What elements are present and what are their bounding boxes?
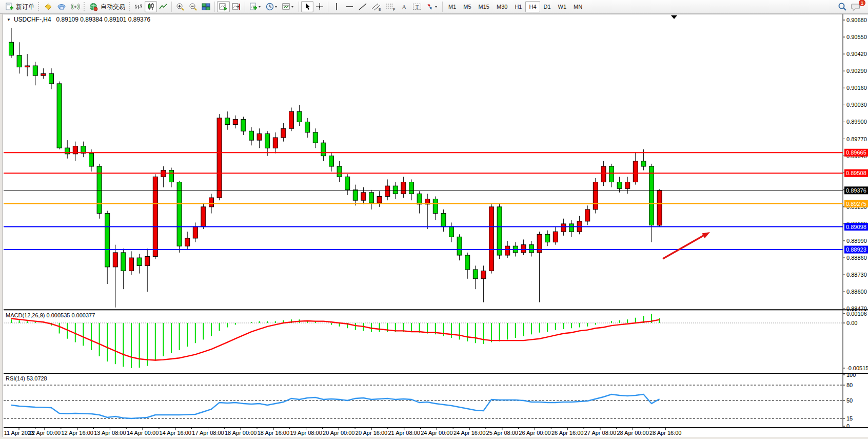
svg-text:26 Apr 00:00: 26 Apr 00:00 <box>519 430 550 436</box>
candlestick-chart-button[interactable] <box>145 1 157 12</box>
cursor-button[interactable] <box>301 1 313 12</box>
svg-text:27 Apr 08:00: 27 Apr 08:00 <box>584 430 616 436</box>
chart-header[interactable]: ▼ USDCHF-,H4 0.89109 0.89384 0.89101 0.8… <box>7 16 150 23</box>
bar-chart-button[interactable] <box>132 1 145 12</box>
timeframe-group: M1M5M15M30H1H4D1W1MN <box>445 1 586 12</box>
search-button[interactable] <box>836 1 849 12</box>
zoom-out-button[interactable] <box>187 1 200 12</box>
svg-text:17 Apr 08:00: 17 Apr 08:00 <box>192 430 224 436</box>
rsi-indicator-label: RSI(14) 53.0728 <box>6 375 47 381</box>
chart-canvas[interactable]: 0.906800.905500.904200.902900.901600.900… <box>0 0 868 439</box>
tile-windows-icon <box>202 3 210 11</box>
template-dropdown[interactable] <box>280 1 297 12</box>
candlestick-chart-icon <box>147 3 155 11</box>
signals-cloud-icon <box>57 3 67 11</box>
search-icon <box>838 2 847 11</box>
horizontal-line-button[interactable] <box>343 1 356 12</box>
auto-scroll-icon <box>219 3 228 11</box>
timeframe-h4-button[interactable]: H4 <box>525 1 540 12</box>
svg-text:A: A <box>402 3 407 11</box>
line-chart-icon <box>159 3 167 11</box>
svg-text:T: T <box>416 4 419 10</box>
crosshair-icon <box>315 3 324 11</box>
vertical-line-button[interactable] <box>330 1 343 12</box>
text-label-button[interactable]: T <box>410 1 424 12</box>
template-icon <box>282 3 294 11</box>
timeframe-m5-button[interactable]: M5 <box>460 1 475 12</box>
svg-text:19 Apr 08:00: 19 Apr 08:00 <box>290 430 322 436</box>
timeframe-m1-button[interactable]: M1 <box>445 1 460 12</box>
timeframe-m30-button[interactable]: M30 <box>493 1 511 12</box>
window-left-frame <box>0 14 3 439</box>
vertical-line-icon <box>333 3 340 11</box>
bar-chart-icon <box>134 3 143 11</box>
svg-text:13 Apr 08:00: 13 Apr 08:00 <box>94 430 126 436</box>
timeframe-mn-button[interactable]: MN <box>570 1 586 12</box>
equidistant-channel-button[interactable]: E <box>369 1 384 12</box>
autotrading-button[interactable]: 自动交易 <box>87 1 127 12</box>
trendline-icon <box>358 3 367 11</box>
svg-text:0.88990: 0.88990 <box>846 238 867 244</box>
gold-icon <box>44 3 53 11</box>
svg-text:15: 15 <box>846 415 853 422</box>
fibonacci-icon: F <box>386 3 396 11</box>
svg-text:0.88600: 0.88600 <box>846 289 867 295</box>
arrows-dropdown[interactable] <box>424 1 440 12</box>
signals-button[interactable] <box>55 1 69 12</box>
svg-text:0.00106: 0.00106 <box>846 311 867 317</box>
tile-windows-button[interactable] <box>200 1 212 12</box>
timeframe-m15-button[interactable]: M15 <box>475 1 493 12</box>
svg-text:0.90420: 0.90420 <box>846 51 867 57</box>
macd-name: MACD(12,26,9) <box>6 312 45 318</box>
text-icon: A <box>400 3 408 11</box>
svg-text:26 Apr 16:00: 26 Apr 16:00 <box>551 430 583 436</box>
svg-text:0.90680: 0.90680 <box>846 17 867 23</box>
notifications-button[interactable]: 1 <box>849 1 863 12</box>
trendline-button[interactable] <box>356 1 369 12</box>
autotrading-label: 自动交易 <box>101 3 125 11</box>
chart-ohlc-values: 0.89109 0.89384 0.89101 0.89376 <box>56 16 151 23</box>
zoom-out-icon <box>189 3 198 11</box>
crosshair-button[interactable] <box>313 1 326 12</box>
svg-text:0.88923: 0.88923 <box>846 246 866 253</box>
svg-text:14 Apr 16:00: 14 Apr 16:00 <box>160 430 191 436</box>
svg-text:0.00: 0.00 <box>846 320 857 326</box>
svg-text:50: 50 <box>846 397 853 404</box>
fibonacci-button[interactable]: F <box>384 1 398 12</box>
new-order-icon <box>5 3 14 11</box>
auto-scroll-button[interactable] <box>217 1 230 12</box>
svg-text:0.89770: 0.89770 <box>846 136 867 142</box>
svg-text:0.89098: 0.89098 <box>846 224 866 230</box>
chart-dropdown-icon[interactable]: ▼ <box>7 17 11 22</box>
new-order-label: 新订单 <box>16 3 34 11</box>
svg-text:F: F <box>393 8 395 11</box>
timeframe-w1-button[interactable]: W1 <box>555 1 570 12</box>
svg-text:0.88730: 0.88730 <box>846 272 867 278</box>
text-button[interactable]: A <box>398 1 410 12</box>
zoom-in-button[interactable] <box>174 1 187 12</box>
gold-button[interactable] <box>42 1 55 12</box>
broadcast-button[interactable] <box>69 1 82 12</box>
new-order-button[interactable]: 新订单 <box>3 1 36 12</box>
equidistant-channel-icon: E <box>371 3 382 11</box>
chart-shift-icon <box>232 3 241 11</box>
svg-text:18 Apr 00:00: 18 Apr 00:00 <box>225 430 257 436</box>
svg-text:100: 100 <box>846 372 856 378</box>
timeframe-d1-button[interactable]: D1 <box>540 1 555 12</box>
chart-shift-button[interactable] <box>230 1 243 12</box>
svg-text:0.89275: 0.89275 <box>846 201 866 207</box>
svg-text:0.90160: 0.90160 <box>846 85 867 91</box>
zoom-in-icon <box>176 3 185 11</box>
svg-text:0.89508: 0.89508 <box>846 170 866 176</box>
svg-text:0.90290: 0.90290 <box>846 68 867 74</box>
period-dropdown[interactable] <box>264 1 280 12</box>
broadcast-icon <box>71 3 80 11</box>
new-chart-dropdown[interactable] <box>247 1 264 12</box>
svg-text:12 Apr 16:00: 12 Apr 16:00 <box>62 430 93 436</box>
timeframe-h1-button[interactable]: H1 <box>511 1 525 12</box>
arrows-icon <box>426 3 438 11</box>
svg-text:0.89900: 0.89900 <box>846 119 867 125</box>
svg-text:E: E <box>379 8 381 11</box>
line-chart-button[interactable] <box>157 1 169 12</box>
svg-text:-0.005154: -0.005154 <box>846 365 868 371</box>
